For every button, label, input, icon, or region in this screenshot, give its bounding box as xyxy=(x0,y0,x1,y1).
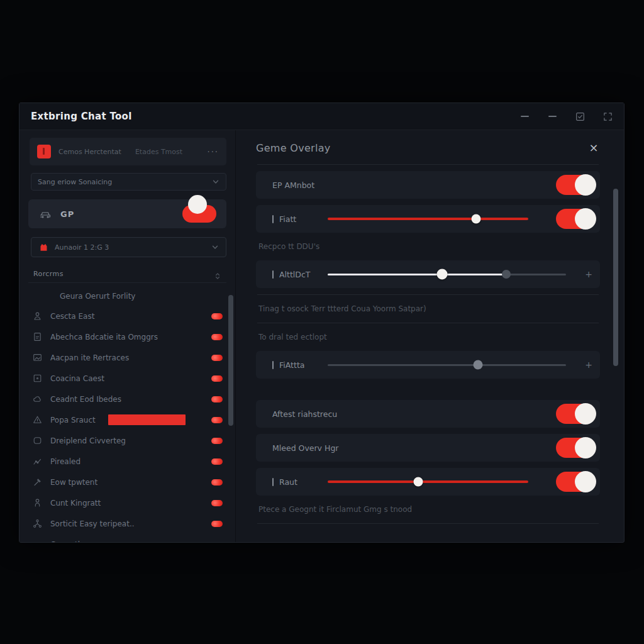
item-label: Sorticit Easy teripeat.. xyxy=(50,519,135,528)
titlebar: Extbring Chat Tool xyxy=(19,103,624,130)
frame-icon xyxy=(32,373,43,384)
server-select-value: Sang eriow Sonaicing xyxy=(38,178,112,186)
aftest-toggle[interactable] xyxy=(556,404,595,424)
sidebar-room-item[interactable]: Eow tpwtent xyxy=(27,472,228,492)
sidebar: Cemos Herctentat Etades Tmost ··· Sang e… xyxy=(19,130,236,542)
app-logo-icon xyxy=(37,145,51,158)
helper-text: Tinag t osock Terr ttterd Coua Yoorm Sat… xyxy=(258,304,597,313)
chevron-down-icon[interactable] xyxy=(197,396,204,402)
item-label: Cerroctles xyxy=(50,540,89,543)
more-menu-icon[interactable]: ··· xyxy=(208,147,219,157)
rooms-header: Rorcrms xyxy=(28,267,226,283)
check-window-icon[interactable] xyxy=(575,111,585,121)
chevron-down-icon[interactable] xyxy=(197,520,204,527)
status-toggle-pill[interactable] xyxy=(211,313,223,319)
item-label: Cescta East xyxy=(50,312,94,321)
panel-title: Geme Overlay xyxy=(256,142,331,154)
chevron-down-icon xyxy=(211,243,219,251)
setting-toggle-row: EP AMnbot xyxy=(256,171,600,199)
person2-icon xyxy=(32,497,43,508)
raut-slider[interactable] xyxy=(328,476,528,487)
item-label: Coacina Caest xyxy=(50,374,104,383)
setting-label: Aftest riahstrecu xyxy=(272,409,556,419)
profile-name: Cemos Herctentat xyxy=(58,148,121,156)
chevron-down-icon[interactable] xyxy=(197,313,204,319)
minimize-icon[interactable] xyxy=(519,111,530,121)
chevron-down-icon xyxy=(212,178,219,186)
plus-icon[interactable]: + xyxy=(582,269,595,279)
sidebar-scrollbar[interactable] xyxy=(228,295,233,426)
sidebar-room-item[interactable]: Abechca Bdcatie ita Omggrs xyxy=(27,326,228,347)
chevron-down-icon[interactable] xyxy=(197,416,204,423)
status-toggle-pill[interactable] xyxy=(211,396,223,402)
chevron-down-icon[interactable] xyxy=(197,437,204,444)
status-toggle-pill[interactable] xyxy=(211,375,223,382)
setting-toggle-row: Aftest riahstrecu xyxy=(256,400,600,428)
setting-slider-row: Fiatt xyxy=(256,205,600,233)
setting-label: AlttlDcT xyxy=(272,270,328,279)
status-toggle-pill[interactable] xyxy=(211,500,223,506)
status-toggle-pill[interactable] xyxy=(211,334,223,340)
status-toggle-pill[interactable] xyxy=(211,458,223,465)
car-icon xyxy=(38,207,52,221)
rooms-list: Geura Oerurt Forlity Cescta East Abechca… xyxy=(27,287,228,542)
fiatt-toggle[interactable] xyxy=(556,209,595,229)
sidebar-room-item[interactable]: Geura Oerurt Forlity xyxy=(27,287,228,306)
sidebar-room-item[interactable]: Cerroctles xyxy=(27,534,228,542)
image-icon xyxy=(32,352,43,363)
helper-text: Ptece a Geognt it Firclamut Gmg s tnood xyxy=(258,505,597,514)
chevron-down-icon[interactable] xyxy=(197,354,204,361)
alttldct-slider[interactable] xyxy=(328,269,566,280)
fullscreen-icon[interactable] xyxy=(602,111,613,121)
network-icon xyxy=(32,518,43,529)
sidebar-room-item[interactable]: Coacina Caest xyxy=(27,368,228,389)
fiattta-slider[interactable] xyxy=(328,359,566,370)
setting-label: Raut xyxy=(272,477,328,487)
gp-label: GP xyxy=(60,209,74,219)
warning-icon xyxy=(32,414,43,425)
status-toggle-pill[interactable] xyxy=(211,521,223,527)
document-icon xyxy=(32,331,43,342)
aimbot-toggle[interactable] xyxy=(556,175,595,195)
chevron-down-icon[interactable] xyxy=(197,499,204,506)
panel-scrollbar[interactable] xyxy=(613,189,618,366)
chevron-down-icon[interactable] xyxy=(197,333,204,340)
item-label: Eow tpwtent xyxy=(50,478,97,487)
status-toggle-pill[interactable] xyxy=(211,417,223,423)
chevron-down-icon[interactable] xyxy=(197,479,204,486)
chevron-down-icon[interactable] xyxy=(197,458,204,465)
close-icon[interactable]: × xyxy=(587,142,600,154)
sidebar-room-item[interactable]: Aacpan ite Rertraces xyxy=(27,347,228,368)
sidebar-room-item[interactable]: Sorticit Easy teripeat.. xyxy=(27,513,228,534)
item-label: Ceadnt Eod Ibedes xyxy=(50,395,121,404)
sidebar-room-item[interactable]: Dreiplend Civverteg xyxy=(27,430,228,451)
setting-label: Mleed Overv Hgr xyxy=(272,443,556,453)
account-badge-icon xyxy=(38,242,49,253)
divider xyxy=(257,523,599,524)
item-label: Cunt Kingratt xyxy=(50,499,101,508)
panel-header: Geme Overlay × xyxy=(256,142,600,154)
raut-toggle[interactable] xyxy=(556,472,595,492)
sidebar-room-item[interactable]: Ceadnt Eod Ibedes xyxy=(27,389,228,409)
account-select[interactable]: Aunaoir 1 2:G 3 xyxy=(31,237,226,257)
chevron-down-icon[interactable] xyxy=(197,375,204,382)
overlay-toggle[interactable] xyxy=(556,438,595,458)
plus-icon[interactable]: + xyxy=(582,360,595,370)
setting-dual-slider-row: AlttlDcT + xyxy=(256,260,600,288)
profile-card[interactable]: Cemos Herctentat Etades Tmost ··· xyxy=(30,138,226,165)
shape-icon xyxy=(32,435,43,446)
server-select[interactable]: Sang eriow Sonaicing xyxy=(31,173,226,191)
status-toggle-pill[interactable] xyxy=(211,438,223,444)
sidebar-room-item[interactable]: Pirealed xyxy=(27,451,228,472)
fiatt-slider[interactable] xyxy=(328,213,528,225)
sidebar-room-item[interactable]: Popa Srauct xyxy=(27,409,228,430)
sidebar-room-item[interactable]: Cescta East xyxy=(27,306,228,326)
status-toggle-pill[interactable] xyxy=(211,355,223,361)
minimize-alt-icon[interactable] xyxy=(547,111,557,121)
sidebar-room-item[interactable]: Cunt Kingratt xyxy=(27,492,228,513)
gp-toggle[interactable] xyxy=(182,205,216,223)
item-label: Dreiplend Civverteg xyxy=(50,436,126,445)
window-title: Extbring Chat Tool xyxy=(31,111,132,122)
status-toggle-pill[interactable] xyxy=(211,479,223,486)
sort-icon[interactable] xyxy=(214,270,221,278)
